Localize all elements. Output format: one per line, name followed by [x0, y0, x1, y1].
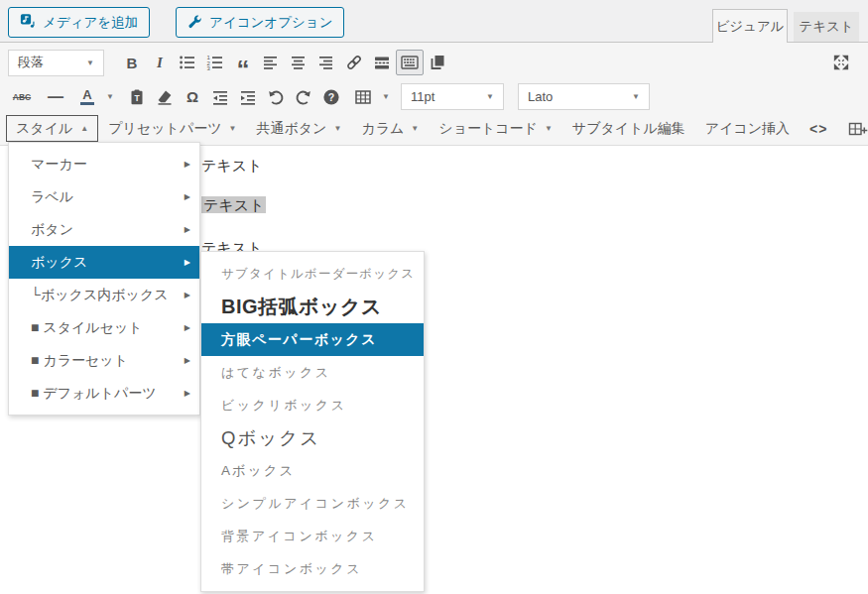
- submenu-arrow-icon: ▶: [185, 323, 190, 332]
- add-media-button[interactable]: メディアを追加: [8, 7, 150, 38]
- submenu-item-big-bracket-box[interactable]: BIG括弧ボックス: [201, 291, 424, 323]
- table-icon[interactable]: [349, 84, 377, 110]
- style-dropdown-menu: マーカー ▶ ラベル ▶ ボタン ▶ ボックス ▶ └ボックス内ボックス ▶ ■…: [8, 142, 200, 416]
- chevron-down-icon: ▼: [333, 124, 341, 133]
- chevron-down-icon: ▼: [229, 124, 237, 133]
- read-more-icon[interactable]: [368, 50, 396, 75]
- menu-item-default-parts[interactable]: ■ デフォルトパーツ ▶: [9, 377, 199, 410]
- menu-item-style-set[interactable]: ■ スタイルセット ▶: [9, 311, 199, 344]
- icon-options-label: アイコンオプション: [209, 14, 332, 32]
- tab-text[interactable]: テキスト: [794, 12, 859, 42]
- submenu-arrow-icon: ▶: [185, 389, 190, 398]
- submenu-item-simple-icon-box[interactable]: シンプルアイコンボックス: [201, 487, 424, 520]
- icon-options-button[interactable]: アイコンオプション: [176, 7, 344, 38]
- chevron-down-icon: ▼: [486, 92, 494, 101]
- font-size-select[interactable]: 11pt ▼: [401, 83, 504, 110]
- editor-paragraph-selected[interactable]: テキスト: [201, 195, 266, 214]
- strikethrough-button[interactable]: ABC: [8, 84, 36, 110]
- menu-item-label[interactable]: ラベル ▶: [9, 180, 199, 213]
- link-icon[interactable]: [340, 50, 368, 75]
- align-center-icon[interactable]: [285, 50, 312, 75]
- font-family-select[interactable]: Lato ▼: [518, 83, 650, 110]
- special-character-button[interactable]: Ω: [179, 84, 206, 110]
- svg-text:T: T: [134, 93, 140, 103]
- chevron-down-icon: ▼: [86, 59, 94, 67]
- bullet-list-icon[interactable]: [174, 50, 201, 75]
- submenu-item-q-box[interactable]: Qボックス: [201, 421, 424, 454]
- toolbar-toggle-keyboard-icon[interactable]: [396, 50, 424, 75]
- submenu-arrow-icon: ▶: [185, 291, 190, 299]
- submenu-arrow-icon: ▶: [185, 160, 190, 169]
- italic-button[interactable]: I: [146, 50, 174, 75]
- text-color-button[interactable]: A: [73, 84, 101, 110]
- distraction-free-icon[interactable]: [424, 50, 451, 75]
- fullscreen-icon[interactable]: [827, 50, 855, 75]
- box-submenu: サブタイトルボーダーボックス BIG括弧ボックス 方眼ペーパーボックス はてなボ…: [200, 251, 425, 592]
- media-icon: [20, 13, 36, 32]
- submenu-arrow-icon: ▶: [185, 258, 190, 267]
- menu-item-button[interactable]: ボタン ▶: [9, 213, 199, 246]
- chevron-down-icon: ▼: [411, 124, 419, 133]
- menubar-preset-parts[interactable]: プリセットパーツ ▼: [98, 120, 246, 138]
- submenu-arrow-icon: ▶: [185, 225, 190, 234]
- text-color-dropdown-icon[interactable]: ▼: [101, 84, 117, 110]
- editor-paragraph[interactable]: テキスト: [201, 156, 262, 175]
- menubar-shortcode[interactable]: ショートコード ▼: [429, 120, 562, 138]
- svg-text:3: 3: [207, 65, 211, 71]
- submenu-item-a-box[interactable]: Aボックス: [201, 454, 424, 487]
- blockquote-icon[interactable]: “: [229, 50, 257, 75]
- color-indicator: [80, 102, 94, 105]
- chevron-up-icon: ▲: [80, 124, 88, 133]
- table-dropdown-icon[interactable]: ▼: [377, 84, 393, 110]
- paragraph-format-select[interactable]: 段落 ▼: [8, 50, 104, 76]
- indent-icon[interactable]: [234, 84, 262, 110]
- menubar-subtitle-edit[interactable]: サブタイトル編集: [562, 120, 695, 138]
- menubar-common-buttons[interactable]: 共通ボタン ▼: [246, 120, 351, 138]
- undo-icon[interactable]: [262, 84, 290, 110]
- menubar-icon-insert[interactable]: アイコン挿入: [695, 120, 800, 138]
- add-media-label: メディアを追加: [43, 14, 138, 32]
- submenu-item-subtitle-border-box[interactable]: サブタイトルボーダーボックス: [201, 258, 424, 291]
- table-insert-icon[interactable]: [837, 119, 868, 139]
- selected-text: テキスト: [201, 196, 266, 213]
- clear-formatting-eraser-icon[interactable]: [151, 84, 179, 110]
- help-icon[interactable]: ?: [317, 84, 345, 110]
- code-icon[interactable]: <>: [800, 121, 837, 137]
- menu-item-color-set[interactable]: ■ カラーセット ▶: [9, 344, 199, 377]
- submenu-item-bikkuri-box[interactable]: ビックリボックス: [201, 389, 424, 421]
- top-strip: メディアを追加 アイコンオプション ビジュアル テキスト: [0, 0, 868, 42]
- submenu-item-background-icon-box[interactable]: 背景アイコンボックス: [201, 520, 424, 552]
- submenu-arrow-icon: ▶: [185, 356, 190, 365]
- align-right-icon[interactable]: [312, 50, 340, 75]
- paste-as-text-icon[interactable]: T: [123, 84, 151, 110]
- align-left-icon[interactable]: [257, 50, 285, 75]
- chevron-down-icon: ▼: [632, 92, 640, 101]
- menubar-style-button[interactable]: スタイル ▲: [6, 115, 98, 142]
- horizontal-rule-button[interactable]: —: [42, 84, 69, 110]
- tab-visual[interactable]: ビジュアル: [712, 9, 788, 43]
- submenu-arrow-icon: ▶: [185, 192, 190, 201]
- svg-text:?: ?: [328, 90, 334, 102]
- submenu-item-hatena-box[interactable]: はてなボックス: [201, 356, 424, 389]
- redo-icon[interactable]: [290, 84, 317, 110]
- submenu-item-band-icon-box[interactable]: 帯アイコンボックス: [201, 552, 424, 585]
- wrench-icon: [187, 14, 202, 32]
- menubar-columns[interactable]: カラム ▼: [351, 120, 429, 138]
- chevron-down-icon: ▼: [545, 124, 553, 133]
- submenu-item-grid-paper-box[interactable]: 方眼ペーパーボックス: [201, 323, 424, 356]
- outdent-icon[interactable]: [206, 84, 234, 110]
- numbered-list-icon[interactable]: 1 2 3: [201, 50, 229, 75]
- editor-toolbar: 段落 ▼ B I 1 2 3: [0, 43, 868, 146]
- menu-item-marker[interactable]: マーカー ▶: [9, 148, 199, 180]
- menu-item-box-in-box[interactable]: └ボックス内ボックス ▶: [9, 279, 199, 311]
- menu-item-box[interactable]: ボックス ▶: [9, 246, 199, 279]
- bold-button[interactable]: B: [118, 50, 146, 75]
